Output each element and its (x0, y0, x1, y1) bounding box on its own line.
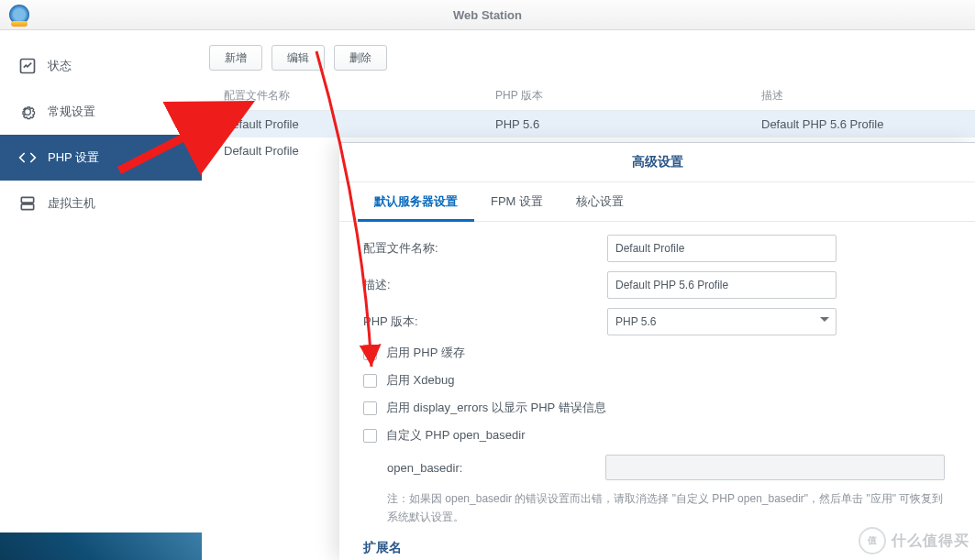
sidebar-item-vhost[interactable]: 虚拟主机 (0, 181, 202, 226)
open-basedir-checkbox[interactable] (363, 429, 377, 443)
toolbar: 新增 编辑 删除 (202, 45, 975, 82)
window-titlebar: Web Station (0, 0, 975, 30)
sidebar: 状态 常规设置 PHP 设置 虚拟主机 (0, 30, 202, 560)
tab-fpm[interactable]: FPM 设置 (474, 182, 560, 221)
open-basedir-label: 自定义 PHP open_basedir (386, 427, 526, 444)
xdebug-checkbox[interactable] (363, 374, 377, 388)
svg-rect-1 (21, 197, 33, 203)
tab-core[interactable]: 核心设置 (560, 182, 640, 221)
watermark: 值 什么值得买 (859, 527, 969, 555)
display-errors-label: 启用 display_errors 以显示 PHP 错误信息 (386, 400, 606, 416)
gear-icon (18, 103, 37, 121)
version-label: PHP 版本: (363, 313, 607, 330)
table-row[interactable]: Default Profile PHP 5.6 Default PHP 5.6 … (202, 111, 975, 137)
sidebar-item-general[interactable]: 常规设置 (0, 89, 202, 135)
sidebar-item-php[interactable]: PHP 设置 (0, 135, 202, 181)
open-basedir-hint: 注：如果因 open_basedir 的错误设置而出错，请取消选择 "自定义 P… (363, 489, 951, 527)
window-title: Web Station (453, 8, 522, 22)
th-version[interactable]: PHP 版本 (495, 88, 761, 104)
cell-name: Default Profile (220, 117, 495, 131)
watermark-text: 什么值得买 (892, 532, 969, 551)
dialog-form: 配置文件名称: 描述: PHP 版本: 启用 PHP 缓存 启用 Xdebug … (339, 222, 975, 560)
version-select[interactable] (607, 308, 837, 335)
delete-button[interactable]: 删除 (334, 45, 387, 71)
cache-checkbox[interactable] (363, 346, 377, 360)
status-icon (18, 57, 37, 75)
svg-rect-2 (21, 204, 33, 210)
th-name[interactable]: 配置文件名称 (220, 88, 495, 104)
add-button[interactable]: 新增 (209, 45, 262, 71)
tab-default[interactable]: 默认服务器设置 (358, 182, 474, 221)
footer-stripe (0, 533, 202, 560)
app-icon (9, 5, 29, 25)
cell-version: PHP 5.6 (495, 117, 761, 131)
dialog-title: 高级设置 (339, 143, 975, 182)
open-basedir-input[interactable] (605, 455, 945, 480)
sidebar-label: 虚拟主机 (48, 195, 95, 212)
sidebar-label: 状态 (48, 58, 72, 74)
sidebar-label: 常规设置 (48, 104, 95, 120)
dialog-tabs: 默认服务器设置 FPM 设置 核心设置 (339, 182, 975, 222)
open-basedir-field-label: open_basedir: (387, 461, 605, 475)
table-header: 配置文件名称 PHP 版本 描述 (202, 82, 975, 111)
version-select-value (607, 308, 837, 335)
sidebar-label: PHP 设置 (48, 149, 99, 166)
profile-name-label: 配置文件名称: (363, 240, 607, 257)
edit-button[interactable]: 编辑 (271, 45, 325, 71)
watermark-badge: 值 (859, 527, 886, 555)
profile-name-input[interactable] (607, 235, 837, 262)
xdebug-label: 启用 Xdebug (386, 372, 454, 389)
desc-label: 描述: (363, 277, 607, 293)
th-desc[interactable]: 描述 (761, 88, 957, 104)
chevron-down-icon (820, 317, 829, 326)
display-errors-checkbox[interactable] (363, 401, 377, 415)
cell-desc: Default PHP 5.6 Profile (761, 117, 957, 131)
advanced-settings-dialog: 高级设置 默认服务器设置 FPM 设置 核心设置 配置文件名称: 描述: PHP… (339, 142, 975, 560)
server-icon (18, 194, 37, 213)
code-icon (18, 148, 37, 167)
cache-label: 启用 PHP 缓存 (386, 345, 465, 361)
sidebar-item-status[interactable]: 状态 (0, 43, 202, 89)
desc-input[interactable] (607, 271, 837, 299)
